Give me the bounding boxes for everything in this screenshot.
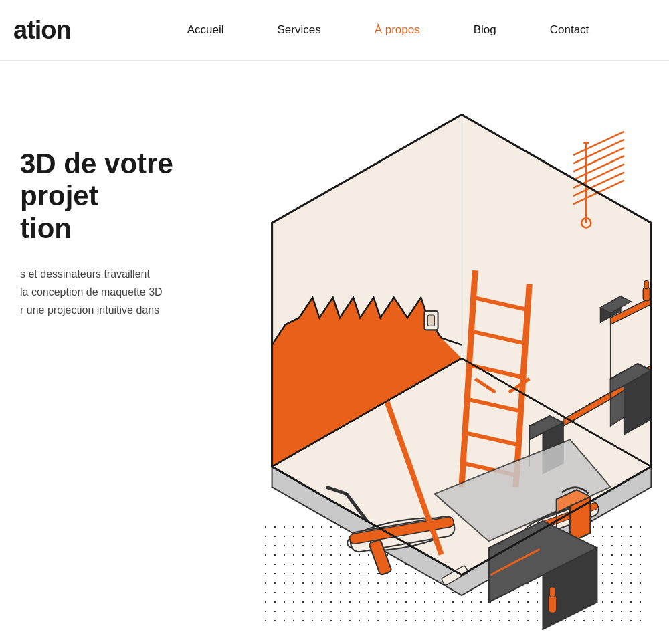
hero-title-line2: tion [20, 213, 72, 244]
hero-text-section: 3D de votre projet tion s et dessinateur… [0, 148, 227, 319]
hero-illustration [227, 88, 669, 643]
svg-rect-26 [644, 280, 648, 288]
nav-blog[interactable]: Blog [474, 23, 496, 37]
main-nav: Accueil Services À propos Blog Contact [107, 23, 669, 37]
hero-desc-line2: la conception de maquette 3D [20, 286, 163, 298]
logo-area: ation [0, 16, 107, 45]
hero-description: s et dessinateurs travaillent la concept… [20, 265, 227, 320]
hero-title-line1: 3D de votre projet [20, 148, 173, 211]
logo-text: ation [13, 16, 71, 45]
main-content: 3D de votre projet tion s et dessinateur… [0, 61, 669, 644]
svg-rect-65 [550, 587, 555, 597]
svg-rect-8 [583, 142, 589, 144]
nav-contact[interactable]: Contact [550, 23, 589, 37]
hero-desc-line3: r une projection intuitive dans [20, 304, 159, 316]
nav-accueil[interactable]: Accueil [187, 23, 224, 37]
isometric-room-svg [227, 88, 669, 643]
svg-rect-25 [643, 288, 650, 301]
site-header: ation Accueil Services À propos Blog Con… [0, 0, 669, 61]
hero-desc-line1: s et dessinateurs travaillent [20, 268, 150, 280]
nav-apropos[interactable]: À propos [375, 23, 420, 37]
hero-title: 3D de votre projet tion [20, 148, 227, 245]
svg-rect-19 [427, 315, 434, 326]
nav-services[interactable]: Services [277, 23, 320, 37]
